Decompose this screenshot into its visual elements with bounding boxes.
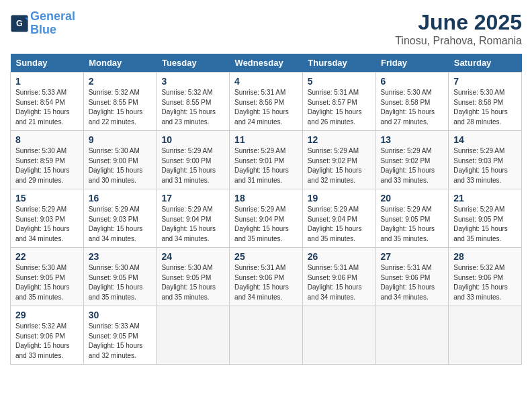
day-info: Sunrise: 5:29 AM Sunset: 9:03 PM Dayligh… — [453, 146, 517, 185]
day-number: 3 — [161, 76, 224, 87]
day-number: 18 — [234, 193, 298, 203]
calendar-cell: 16Sunrise: 5:29 AM Sunset: 9:03 PM Dayli… — [83, 189, 157, 248]
calendar-cell: 22Sunrise: 5:30 AM Sunset: 9:05 PM Dayli… — [11, 248, 84, 306]
day-number: 19 — [308, 193, 371, 203]
calendar-cell: 3Sunrise: 5:32 AM Sunset: 8:55 PM Daylig… — [157, 73, 230, 131]
calendar-cell: 7Sunrise: 5:30 AM Sunset: 8:58 PM Daylig… — [449, 73, 522, 131]
logo-icon: G — [10, 14, 29, 33]
day-info: Sunrise: 5:29 AM Sunset: 9:01 PM Dayligh… — [234, 146, 298, 185]
day-info: Sunrise: 5:29 AM Sunset: 9:02 PM Dayligh… — [308, 146, 371, 185]
calendar-week-row: 8Sunrise: 5:30 AM Sunset: 8:59 PM Daylig… — [11, 131, 522, 189]
day-info: Sunrise: 5:29 AM Sunset: 9:05 PM Dayligh… — [453, 205, 517, 244]
day-number: 26 — [308, 251, 371, 262]
day-number: 20 — [381, 193, 444, 203]
day-info: Sunrise: 5:30 AM Sunset: 9:00 PM Dayligh… — [89, 146, 152, 185]
calendar-week-row: 29Sunrise: 5:32 AM Sunset: 9:06 PM Dayli… — [11, 306, 522, 365]
day-number: 11 — [234, 134, 298, 145]
calendar-cell: 26Sunrise: 5:31 AM Sunset: 9:06 PM Dayli… — [302, 248, 375, 306]
calendar-cell: 20Sunrise: 5:29 AM Sunset: 9:05 PM Dayli… — [375, 189, 449, 248]
day-number: 16 — [89, 193, 152, 203]
day-number: 14 — [453, 134, 517, 145]
day-info: Sunrise: 5:32 AM Sunset: 8:55 PM Dayligh… — [161, 88, 224, 127]
calendar-cell: 9Sunrise: 5:30 AM Sunset: 9:00 PM Daylig… — [83, 131, 157, 189]
day-number: 24 — [161, 251, 224, 262]
day-info: Sunrise: 5:29 AM Sunset: 9:03 PM Dayligh… — [15, 205, 79, 244]
calendar-cell: 6Sunrise: 5:30 AM Sunset: 8:58 PM Daylig… — [375, 73, 449, 131]
calendar-cell: 29Sunrise: 5:32 AM Sunset: 9:06 PM Dayli… — [11, 306, 84, 365]
day-info: Sunrise: 5:29 AM Sunset: 9:05 PM Dayligh… — [381, 205, 444, 244]
day-number: 7 — [453, 76, 517, 87]
calendar-cell: 23Sunrise: 5:30 AM Sunset: 9:05 PM Dayli… — [83, 248, 157, 306]
calendar-cell: 15Sunrise: 5:29 AM Sunset: 9:03 PM Dayli… — [11, 189, 84, 248]
day-info: Sunrise: 5:32 AM Sunset: 9:06 PM Dayligh… — [453, 263, 517, 302]
day-number: 21 — [453, 193, 517, 203]
day-number: 9 — [89, 134, 152, 145]
calendar-cell: 2Sunrise: 5:32 AM Sunset: 8:55 PM Daylig… — [83, 73, 157, 131]
calendar-cell: 25Sunrise: 5:31 AM Sunset: 9:06 PM Dayli… — [230, 248, 303, 306]
day-info: Sunrise: 5:30 AM Sunset: 9:05 PM Dayligh… — [15, 263, 79, 302]
day-number: 28 — [453, 251, 517, 262]
day-info: Sunrise: 5:30 AM Sunset: 8:58 PM Dayligh… — [453, 88, 517, 127]
day-info: Sunrise: 5:31 AM Sunset: 9:06 PM Dayligh… — [234, 263, 298, 302]
day-info: Sunrise: 5:29 AM Sunset: 9:02 PM Dayligh… — [381, 146, 444, 185]
calendar-cell: 8Sunrise: 5:30 AM Sunset: 8:59 PM Daylig… — [11, 131, 84, 189]
calendar-cell: 24Sunrise: 5:30 AM Sunset: 9:05 PM Dayli… — [157, 248, 230, 306]
calendar-cell: 4Sunrise: 5:31 AM Sunset: 8:56 PM Daylig… — [230, 73, 303, 131]
day-info: Sunrise: 5:31 AM Sunset: 8:57 PM Dayligh… — [308, 88, 371, 127]
logo-text: GeneralBlue — [30, 10, 75, 37]
header-saturday: Saturday — [449, 54, 522, 73]
day-number: 25 — [234, 251, 298, 262]
day-info: Sunrise: 5:32 AM Sunset: 8:55 PM Dayligh… — [89, 88, 152, 127]
calendar-cell — [302, 306, 375, 365]
location-title: Tinosu, Prahova, Romania — [395, 35, 522, 47]
day-number: 2 — [89, 76, 152, 87]
day-number: 17 — [161, 193, 224, 203]
header-wednesday: Wednesday — [230, 54, 303, 73]
day-info: Sunrise: 5:29 AM Sunset: 9:00 PM Dayligh… — [161, 146, 224, 185]
day-number: 5 — [308, 76, 371, 87]
day-number: 6 — [381, 76, 444, 87]
day-number: 1 — [15, 76, 79, 87]
day-number: 13 — [381, 134, 444, 145]
calendar-cell: 12Sunrise: 5:29 AM Sunset: 9:02 PM Dayli… — [302, 131, 375, 189]
day-number: 10 — [161, 134, 224, 145]
day-info: Sunrise: 5:32 AM Sunset: 9:06 PM Dayligh… — [15, 322, 79, 361]
day-info: Sunrise: 5:29 AM Sunset: 9:04 PM Dayligh… — [161, 205, 224, 244]
calendar-cell — [157, 306, 230, 365]
calendar-cell: 5Sunrise: 5:31 AM Sunset: 8:57 PM Daylig… — [302, 73, 375, 131]
day-info: Sunrise: 5:29 AM Sunset: 9:04 PM Dayligh… — [308, 205, 371, 244]
month-title: June 2025 — [395, 10, 522, 35]
header-tuesday: Tuesday — [157, 54, 230, 73]
calendar-cell: 19Sunrise: 5:29 AM Sunset: 9:04 PM Dayli… — [302, 189, 375, 248]
calendar-week-row: 1Sunrise: 5:33 AM Sunset: 8:54 PM Daylig… — [11, 73, 522, 131]
day-info: Sunrise: 5:31 AM Sunset: 9:06 PM Dayligh… — [381, 263, 444, 302]
day-info: Sunrise: 5:31 AM Sunset: 8:56 PM Dayligh… — [234, 88, 298, 127]
day-number: 27 — [381, 251, 444, 262]
day-number: 8 — [15, 134, 79, 145]
calendar-table: SundayMondayTuesdayWednesdayThursdayFrid… — [10, 54, 522, 365]
calendar-cell — [449, 306, 522, 365]
day-number: 12 — [308, 134, 371, 145]
calendar-cell: 17Sunrise: 5:29 AM Sunset: 9:04 PM Dayli… — [157, 189, 230, 248]
calendar-cell: 1Sunrise: 5:33 AM Sunset: 8:54 PM Daylig… — [11, 73, 84, 131]
day-number: 15 — [15, 193, 79, 203]
logo: G GeneralBlue — [10, 10, 75, 37]
day-number: 22 — [15, 251, 79, 262]
calendar-cell: 11Sunrise: 5:29 AM Sunset: 9:01 PM Dayli… — [230, 131, 303, 189]
day-info: Sunrise: 5:31 AM Sunset: 9:06 PM Dayligh… — [308, 263, 371, 302]
calendar-cell: 14Sunrise: 5:29 AM Sunset: 9:03 PM Dayli… — [449, 131, 522, 189]
day-number: 29 — [15, 310, 79, 320]
calendar-cell: 13Sunrise: 5:29 AM Sunset: 9:02 PM Dayli… — [375, 131, 449, 189]
header-thursday: Thursday — [302, 54, 375, 73]
calendar-cell: 28Sunrise: 5:32 AM Sunset: 9:06 PM Dayli… — [449, 248, 522, 306]
day-info: Sunrise: 5:33 AM Sunset: 9:05 PM Dayligh… — [89, 322, 152, 361]
svg-text:G: G — [16, 19, 23, 28]
day-info: Sunrise: 5:29 AM Sunset: 9:04 PM Dayligh… — [234, 205, 298, 244]
day-number: 30 — [89, 310, 152, 320]
calendar-cell: 10Sunrise: 5:29 AM Sunset: 9:00 PM Dayli… — [157, 131, 230, 189]
day-number: 23 — [89, 251, 152, 262]
day-number: 4 — [234, 76, 298, 87]
calendar-cell: 21Sunrise: 5:29 AM Sunset: 9:05 PM Dayli… — [449, 189, 522, 248]
calendar-week-row: 15Sunrise: 5:29 AM Sunset: 9:03 PM Dayli… — [11, 189, 522, 248]
calendar-cell — [230, 306, 303, 365]
